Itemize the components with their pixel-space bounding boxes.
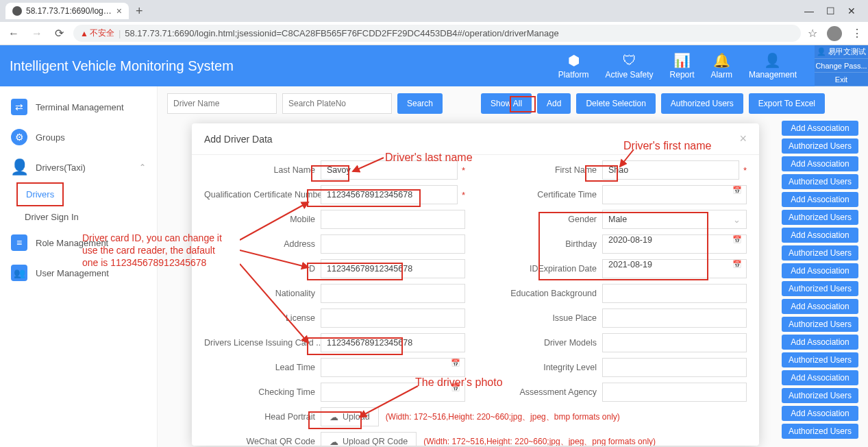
add-assoc-button[interactable]: Add Association bbox=[782, 263, 858, 278]
id-exp-input[interactable]: 2021-08-19 bbox=[602, 259, 747, 278]
sidebar-item-drivers-taxi[interactable]: 👤Drivers(Taxi)⌃ bbox=[0, 152, 157, 182]
nationality-input[interactable] bbox=[321, 284, 465, 303]
sidebar-item-groups[interactable]: ⚙Groups bbox=[0, 122, 157, 152]
driver-models-input[interactable] bbox=[602, 333, 747, 352]
auth-users-btn[interactable]: Authorized Users bbox=[782, 210, 858, 225]
sidebar-item-driver-signin[interactable]: Driver Sign In bbox=[16, 206, 157, 228]
add-assoc-button[interactable]: Add Association bbox=[782, 370, 858, 385]
sidebar-item-drivers[interactable]: Drivers bbox=[16, 182, 64, 206]
nav-active-safety[interactable]: 🛡Active Safety bbox=[606, 53, 654, 80]
birthday-input[interactable]: 2020-08-19 bbox=[602, 234, 747, 254]
search-button[interactable]: Search bbox=[397, 93, 443, 114]
delete-button[interactable]: Delete Selection bbox=[576, 93, 655, 114]
url-text: 58.17.73.71:6690/login.html;jsessionid=C… bbox=[125, 28, 558, 38]
minimize-icon[interactable]: — bbox=[804, 5, 814, 16]
issue-place-input[interactable] bbox=[602, 309, 747, 328]
dl-issuing-input[interactable] bbox=[321, 333, 465, 352]
mobile-input[interactable] bbox=[321, 210, 465, 229]
add-assoc-button[interactable]: Add Association bbox=[782, 335, 858, 350]
integrity-input[interactable] bbox=[602, 358, 747, 377]
auth-users-btn[interactable]: Authorized Users bbox=[782, 424, 858, 439]
auth-users-btn[interactable]: Authorized Users bbox=[782, 245, 858, 261]
add-assoc-button[interactable]: Add Association bbox=[782, 228, 858, 243]
add-button[interactable]: Add bbox=[537, 93, 571, 114]
window-controls: — ☐ ✕ bbox=[804, 5, 863, 16]
label-gender: Gender bbox=[486, 215, 602, 224]
auth-users-btn[interactable]: Authorized Users bbox=[782, 281, 858, 296]
nav-report[interactable]: 📊Report bbox=[670, 52, 695, 80]
star-icon[interactable]: ☆ bbox=[808, 27, 817, 40]
shield-icon: 🛡 bbox=[623, 53, 636, 69]
add-assoc-button[interactable]: Add Association bbox=[782, 121, 858, 136]
menu-icon[interactable]: ⋮ bbox=[852, 27, 863, 40]
sidebar-item-user[interactable]: 👥User Management bbox=[0, 258, 157, 288]
add-assoc-button[interactable]: Add Association bbox=[782, 299, 858, 314]
close-tab-icon[interactable]: × bbox=[116, 5, 122, 16]
upload-button[interactable]: ☁Upload bbox=[321, 407, 379, 426]
cert-time-input[interactable] bbox=[602, 185, 747, 204]
nav-alarm[interactable]: 🔔Alarm bbox=[711, 52, 732, 80]
label-cert-time: Certificate Time bbox=[486, 190, 602, 200]
app-title: Intelligent Vehicle Monitoring System bbox=[10, 58, 234, 74]
auth-users-btn[interactable]: Authorized Users bbox=[782, 317, 858, 332]
tab-title: 58.17.73.71:6690/login.html;js bbox=[26, 6, 112, 16]
assess-agency-input[interactable] bbox=[602, 383, 747, 402]
exit-row[interactable]: Exit bbox=[815, 73, 868, 86]
url-input[interactable]: ▲ 不安全 | 58.17.73.71:6690/login.html;jses… bbox=[73, 25, 801, 42]
role-icon: ≡ bbox=[11, 234, 27, 251]
forward-button[interactable]: → bbox=[29, 26, 45, 41]
export-button[interactable]: Export To Excel bbox=[749, 93, 825, 114]
person-icon: 👤 bbox=[764, 52, 781, 69]
sidebar-item-role[interactable]: ≡Role Management bbox=[0, 228, 157, 258]
label-head-portrait: Head Portrait bbox=[204, 412, 321, 422]
auth-users-btn[interactable]: Authorized Users bbox=[782, 174, 858, 189]
checking-time-input[interactable] bbox=[321, 383, 465, 402]
driver-icon: 👤 bbox=[11, 159, 27, 176]
show-all-button[interactable]: Show All bbox=[481, 93, 532, 114]
add-assoc-button[interactable]: Add Association bbox=[782, 192, 858, 207]
add-assoc-button[interactable]: Add Association bbox=[782, 406, 858, 421]
profile-icon[interactable] bbox=[827, 26, 842, 41]
lead-time-input[interactable] bbox=[321, 358, 465, 377]
auth-users-btn[interactable]: Authorized Users bbox=[782, 138, 858, 154]
back-button[interactable]: ← bbox=[5, 26, 22, 41]
first-name-input[interactable] bbox=[602, 160, 739, 180]
modal-header: Add Driver Data × bbox=[192, 123, 759, 155]
nav-platform[interactable]: ⬢Platform bbox=[558, 52, 589, 80]
new-tab-button[interactable]: + bbox=[132, 4, 147, 19]
label-id: ID bbox=[204, 264, 321, 274]
label-address: Address bbox=[204, 239, 321, 249]
upload-qr-button[interactable]: ☁Upload QR Code bbox=[321, 432, 417, 446]
id-input[interactable] bbox=[321, 259, 465, 278]
chevron-down-icon: ⌄ bbox=[733, 215, 741, 225]
plate-input[interactable] bbox=[282, 93, 392, 114]
sidebar-item-terminal[interactable]: ⇄Terminal Management bbox=[0, 92, 157, 122]
qual-cert-input[interactable] bbox=[321, 185, 458, 204]
user-row[interactable]: 👤 易甲文测试 bbox=[815, 45, 868, 59]
driver-name-input[interactable] bbox=[167, 93, 277, 114]
label-issue-place: Issue Place bbox=[486, 313, 602, 323]
maximize-icon[interactable]: ☐ bbox=[826, 5, 835, 16]
label-assess-agency: Assessment Agency bbox=[486, 387, 602, 397]
address-input[interactable] bbox=[321, 234, 465, 254]
auth-users-btn[interactable]: Authorized Users bbox=[782, 352, 858, 367]
label-nationality: Nationality bbox=[204, 289, 321, 298]
label-license: License bbox=[204, 313, 321, 323]
edu-bg-input[interactable] bbox=[602, 284, 747, 303]
auth-users-btn[interactable]: Authorized Users bbox=[782, 388, 858, 403]
close-icon[interactable]: ✕ bbox=[847, 5, 856, 16]
license-input[interactable] bbox=[321, 309, 465, 328]
add-assoc-button[interactable]: Add Association bbox=[782, 156, 858, 171]
gender-select[interactable]: Male⌄ bbox=[602, 210, 747, 229]
modal-close-icon[interactable]: × bbox=[739, 132, 747, 146]
last-name-input[interactable] bbox=[321, 160, 458, 180]
cloud-icon: ☁ bbox=[330, 412, 338, 422]
nav-management[interactable]: 👤Management bbox=[749, 52, 797, 80]
reload-button[interactable]: ⟳ bbox=[52, 25, 66, 41]
browser-tab[interactable]: 58.17.73.71:6690/login.html;js × bbox=[5, 3, 129, 19]
label-dl-issuing: Drivers License Issuing Card ... bbox=[204, 338, 321, 348]
change-pass-row[interactable]: Change Pass... bbox=[815, 59, 868, 73]
tab-bar: 58.17.73.71:6690/login.html;js × + — ☐ ✕ bbox=[0, 0, 868, 22]
label-integrity: Integrity Level bbox=[486, 363, 602, 372]
auth-users-button[interactable]: Authorized Users bbox=[661, 93, 743, 114]
